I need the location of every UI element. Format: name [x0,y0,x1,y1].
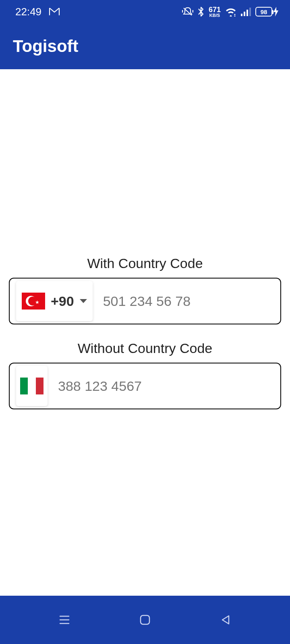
battery-indicator: 98 [255,6,279,17]
flag-turkey-icon: ★ [22,293,45,310]
home-button[interactable] [138,613,152,627]
country-flag-box[interactable] [16,366,48,406]
main-content: With Country Code ★ +90 Without Country … [0,69,290,596]
svg-rect-5 [249,8,251,16]
chevron-down-icon [80,299,87,303]
svg-point-1 [234,16,236,17]
gmail-icon [49,7,60,16]
section-label-with-code: With Country Code [9,256,281,271]
status-left: 22:49 [15,6,60,18]
wifi-icon [225,7,237,17]
network-speed: 671 KB/S [209,6,221,18]
phone-field-without-code [9,363,281,409]
section-label-without-code: Without Country Code [9,341,281,356]
status-bar: 22:49 671 KB/S 98 [0,0,290,23]
svg-rect-2 [241,14,242,16]
bluetooth-icon [197,6,205,17]
net-speed-unit: KB/S [209,13,220,18]
battery-level: 98 [261,8,267,15]
phone-field-with-code: ★ +90 [9,278,281,324]
vibrate-icon [182,6,193,17]
clock: 22:49 [15,6,41,18]
app-bar: Togisoft [0,23,290,69]
net-speed-value: 671 [209,6,221,13]
dial-code: +90 [51,293,74,309]
svg-rect-9 [141,615,149,624]
recent-apps-button[interactable] [57,613,72,627]
phone-input-without-code[interactable] [58,378,274,394]
svg-rect-3 [244,12,245,16]
system-nav-bar [0,596,290,644]
back-button[interactable] [218,613,233,627]
charging-icon [273,6,279,17]
svg-point-0 [234,14,236,15]
phone-input-with-code[interactable] [103,293,274,309]
app-title: Togisoft [13,37,79,56]
svg-rect-4 [246,10,248,16]
country-picker[interactable]: ★ +90 [16,281,93,321]
flag-italy-icon [20,378,44,394]
signal-icon [241,7,251,16]
status-right: 671 KB/S 98 [182,6,279,18]
